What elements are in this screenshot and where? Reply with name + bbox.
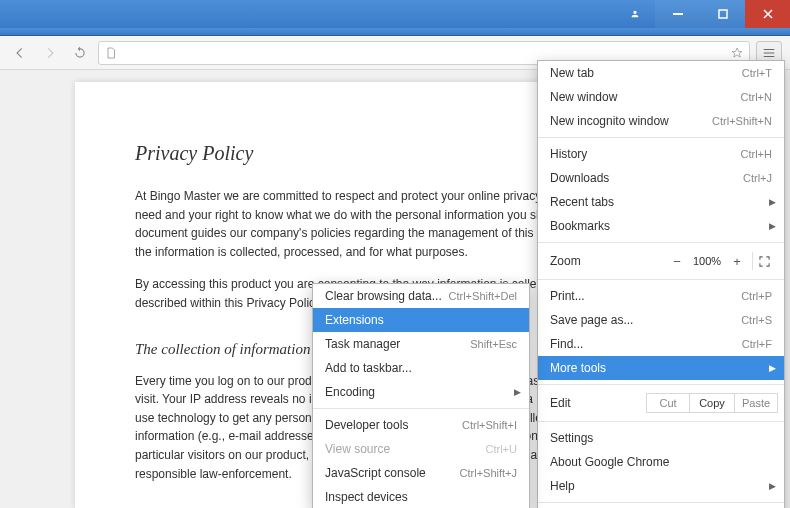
fullscreen-button[interactable] (752, 252, 776, 270)
page-icon (105, 47, 117, 59)
minimize-button[interactable] (655, 0, 700, 28)
menu-bookmarks[interactable]: Bookmarks▶ (538, 214, 784, 238)
tab-strip (0, 28, 790, 36)
menu-print[interactable]: Print...Ctrl+P (538, 284, 784, 308)
window-titlebar (0, 0, 790, 28)
cut-button[interactable]: Cut (646, 393, 690, 413)
menu-more-tools[interactable]: More tools▶ (538, 356, 784, 380)
chevron-right-icon: ▶ (514, 387, 521, 397)
submenu-inspect-devices[interactable]: Inspect devices (313, 485, 529, 508)
back-button[interactable] (8, 41, 32, 65)
submenu-encoding[interactable]: Encoding▶ (313, 380, 529, 404)
menu-new-incognito[interactable]: New incognito windowCtrl+Shift+N (538, 109, 784, 133)
zoom-value: 100% (688, 255, 726, 267)
user-icon[interactable] (615, 0, 655, 28)
menu-save-page[interactable]: Save page as...Ctrl+S (538, 308, 784, 332)
paste-button[interactable]: Paste (734, 393, 778, 413)
submenu-extensions[interactable]: Extensions (313, 308, 529, 332)
submenu-js-console[interactable]: JavaScript consoleCtrl+Shift+J (313, 461, 529, 485)
chevron-right-icon: ▶ (769, 221, 776, 231)
maximize-button[interactable] (700, 0, 745, 28)
menu-find[interactable]: Find...Ctrl+F (538, 332, 784, 356)
submenu-view-source: View sourceCtrl+U (313, 437, 529, 461)
submenu-task-manager[interactable]: Task managerShift+Esc (313, 332, 529, 356)
more-tools-submenu: Clear browsing data...Ctrl+Shift+Del Ext… (312, 283, 530, 508)
menu-new-window[interactable]: New windowCtrl+N (538, 85, 784, 109)
menu-recent-tabs[interactable]: Recent tabs▶ (538, 190, 784, 214)
star-icon[interactable] (731, 47, 743, 59)
submenu-add-to-taskbar[interactable]: Add to taskbar... (313, 356, 529, 380)
forward-button[interactable] (38, 41, 62, 65)
chevron-right-icon: ▶ (769, 197, 776, 207)
menu-settings[interactable]: Settings (538, 426, 784, 450)
menu-about[interactable]: About Google Chrome (538, 450, 784, 474)
chevron-right-icon: ▶ (769, 363, 776, 373)
submenu-clear-browsing-data[interactable]: Clear browsing data...Ctrl+Shift+Del (313, 284, 529, 308)
svg-rect-0 (673, 13, 683, 15)
edit-label: Edit (550, 396, 646, 410)
menu-zoom-row: Zoom − 100% + (538, 247, 784, 275)
zoom-label: Zoom (550, 254, 666, 268)
menu-history[interactable]: HistoryCtrl+H (538, 142, 784, 166)
menu-help[interactable]: Help▶ (538, 474, 784, 498)
chrome-main-menu: New tabCtrl+T New windowCtrl+N New incog… (537, 60, 785, 508)
close-button[interactable] (745, 0, 790, 28)
reload-button[interactable] (68, 41, 92, 65)
chevron-right-icon: ▶ (769, 481, 776, 491)
copy-button[interactable]: Copy (690, 393, 734, 413)
submenu-developer-tools[interactable]: Developer toolsCtrl+Shift+I (313, 413, 529, 437)
menu-downloads[interactable]: DownloadsCtrl+J (538, 166, 784, 190)
svg-rect-1 (719, 10, 727, 18)
zoom-in-button[interactable]: + (726, 254, 748, 269)
zoom-out-button[interactable]: − (666, 254, 688, 269)
menu-new-tab[interactable]: New tabCtrl+T (538, 61, 784, 85)
menu-edit-row: Edit Cut Copy Paste (538, 389, 784, 417)
